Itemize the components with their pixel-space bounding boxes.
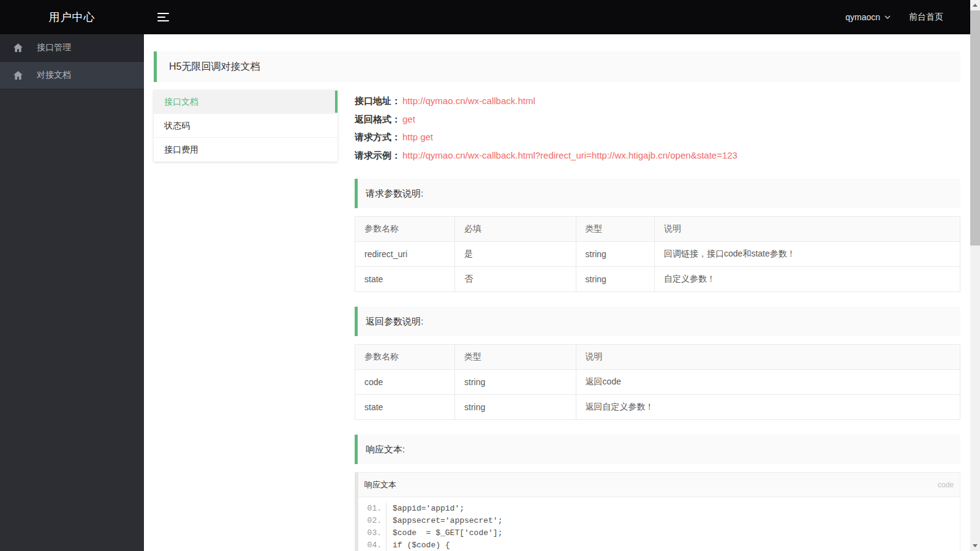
code-text: $appid='appid'; [386, 503, 464, 515]
doc-menu-item-status-code[interactable]: 状态码 [154, 114, 337, 138]
cell-type: string [455, 395, 576, 420]
line-number: 04. [358, 539, 386, 551]
sidebar-item-label: 接口管理 [37, 42, 71, 53]
code-block-header: 响应文本 code [358, 473, 960, 497]
api-info-label: 接口地址： [355, 96, 401, 106]
cell-desc: 返回自定义参数！ [576, 395, 960, 420]
cell-desc: 返回code [576, 370, 960, 395]
table-header-row: 参数名称 必填 类型 说明 [355, 217, 960, 242]
api-info-label: 请求示例： [355, 150, 401, 160]
doc-menu-item-api-doc[interactable]: 接口文档 [154, 90, 337, 114]
page-title: H5无限回调对接文档 [154, 51, 960, 82]
home-icon [13, 43, 23, 52]
cell-type: string [455, 370, 576, 395]
request-params-table: 参数名称 必填 类型 说明 redirect_uri 是 string 回调链接… [355, 216, 960, 292]
doc-body: 接口地址：http://qymao.cn/wx-callback.html 返回… [355, 90, 960, 551]
api-info-row: 请求方式：http get [355, 128, 960, 146]
col-header: 说明 [576, 345, 960, 370]
api-info-label: 返回格式： [355, 114, 401, 124]
app-title: 用户中心 [0, 10, 144, 24]
table-row: state 否 string 自定义参数！ [355, 267, 960, 292]
code-block: 响应文本 code 01. $appid='appid'; 02. $appse… [355, 472, 960, 551]
code-line: 01. $appid='appid'; [358, 503, 960, 515]
arrow-up-icon [973, 4, 978, 7]
user-dropdown[interactable]: qymaocn [845, 12, 891, 22]
code-block-title: 响应文本 [364, 473, 396, 497]
code-line: 04. if ($code) { [358, 539, 960, 551]
code-text: if ($code) { [386, 539, 450, 551]
scroll-up-button[interactable] [970, 0, 980, 10]
home-icon [13, 71, 23, 80]
cell-param-name: redirect_uri [355, 242, 455, 267]
section-title-request-params: 请求参数说明: [355, 179, 960, 208]
line-number: 01. [358, 503, 386, 515]
front-home-link[interactable]: 前台首页 [909, 12, 943, 23]
code-lang-label[interactable]: code [938, 473, 954, 497]
sidebar: 接口管理 对接文档 [0, 34, 144, 551]
header-right-nav: qymaocn 前台首页 [845, 12, 970, 23]
api-info-list: 接口地址：http://qymao.cn/wx-callback.html 返回… [355, 92, 960, 164]
cell-param-name: state [355, 395, 455, 420]
doc-side-menu: 接口文档 状态码 接口费用 [154, 90, 337, 162]
sidebar-item-api-manage[interactable]: 接口管理 [0, 34, 144, 62]
arrow-down-icon [973, 544, 978, 547]
line-number: 03. [358, 527, 386, 539]
hamburger-menu-icon[interactable] [155, 10, 172, 24]
api-info-label: 请求方式： [355, 132, 401, 142]
cell-type: string [576, 242, 654, 267]
cell-required: 否 [455, 267, 576, 292]
cell-required: 是 [455, 242, 576, 267]
api-info-row: 返回格式：get [355, 110, 960, 129]
api-info-row: 请求示例：http://qymao.cn/wx-callback.html?re… [355, 146, 960, 165]
table-row: state string 返回自定义参数！ [355, 395, 960, 420]
sidebar-item-doc[interactable]: 对接文档 [0, 62, 144, 89]
cell-desc: 自定义参数！ [655, 267, 960, 292]
sidebar-item-label: 对接文档 [37, 70, 71, 81]
vertical-scrollbar[interactable] [970, 0, 980, 551]
api-example-link[interactable]: http://qymao.cn/wx-callback.html?redirec… [402, 150, 737, 160]
section-title-response-params: 返回参数说明: [355, 307, 960, 336]
col-header: 参数名称 [355, 345, 455, 370]
table-header-row: 参数名称 类型 说明 [355, 345, 960, 370]
table-row: code string 返回code [355, 370, 960, 395]
main-content: H5无限回调对接文档 接口文档 状态码 接口费用 接口地址：http://qym… [144, 34, 970, 551]
code-line: 02. $appsecret='appsecret'; [358, 515, 960, 527]
scroll-down-button[interactable] [970, 541, 980, 551]
col-header: 参数名称 [355, 217, 455, 242]
code-text: $code = $_GET['code']; [386, 527, 502, 539]
api-info-value: get [402, 114, 415, 124]
line-number: 02. [358, 515, 386, 527]
cell-param-name: state [355, 267, 455, 292]
cell-param-name: code [355, 370, 455, 395]
scrollbar-thumb[interactable] [970, 10, 980, 246]
doc-menu-item-api-fee[interactable]: 接口费用 [154, 138, 337, 162]
top-header: 用户中心 qymaocn 前台首页 [0, 0, 970, 34]
col-header: 类型 [576, 217, 654, 242]
response-params-table: 参数名称 类型 说明 code string 返回code state stri… [355, 344, 960, 420]
username-label: qymaocn [845, 12, 880, 22]
col-header: 说明 [655, 217, 960, 242]
api-info-row: 接口地址：http://qymao.cn/wx-callback.html [355, 92, 960, 110]
cell-type: string [576, 267, 654, 292]
api-info-value: http get [402, 132, 433, 142]
code-body: 01. $appid='appid'; 02. $appsecret='apps… [358, 497, 960, 551]
code-line: 03. $code = $_GET['code']; [358, 527, 960, 539]
api-url-link[interactable]: http://qymao.cn/wx-callback.html [402, 96, 535, 106]
chevron-down-icon [884, 15, 891, 19]
col-header: 类型 [455, 345, 576, 370]
cell-desc: 回调链接，接口code和state参数！ [655, 242, 960, 267]
code-text: $appsecret='appsecret'; [386, 515, 502, 527]
table-row: redirect_uri 是 string 回调链接，接口code和state参… [355, 242, 960, 267]
section-title-response-text: 响应文本: [355, 435, 960, 464]
col-header: 必填 [455, 217, 576, 242]
